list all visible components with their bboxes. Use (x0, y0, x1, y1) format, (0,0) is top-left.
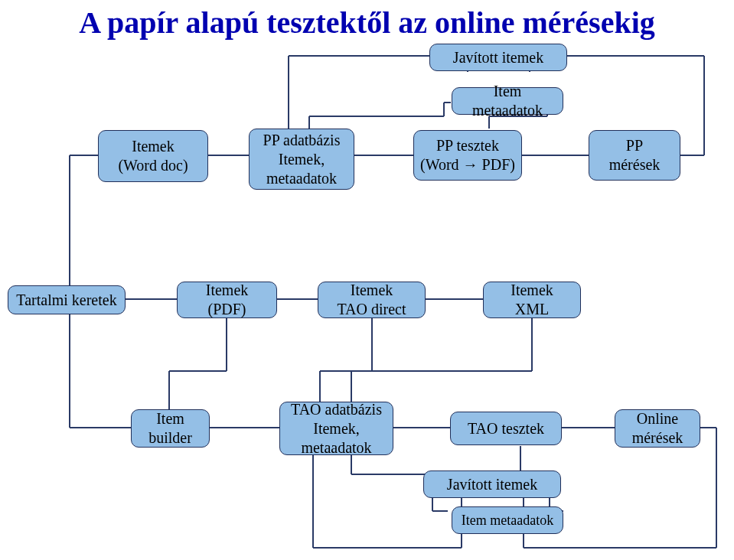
box-javitott-itemek-top: Javított itemek (429, 44, 567, 71)
box-itemek-tao-direct: Itemek TAO direct (318, 282, 426, 318)
box-tao-adatbazis: TAO adatbázis Itemek, metaadatok (279, 402, 393, 455)
box-tao-tesztek: TAO tesztek (450, 412, 562, 445)
box-item-builder: Item builder (131, 409, 210, 448)
connectors (0, 0, 734, 560)
box-item-metaadatok-top: Item metaadatok (452, 87, 563, 115)
box-javitott-itemek-bottom: Javított itemek (423, 470, 561, 498)
box-tartalmi-keretek: Tartalmi keretek (8, 285, 126, 314)
box-pp-adatbazis: PP adatbázis Itemek, metaadatok (249, 129, 354, 190)
box-item-metaadatok-bottom: Item metaadatok (452, 506, 563, 534)
box-pp-meresek: PP mérések (589, 130, 680, 181)
page-title: A papír alapú tesztektől az online mérés… (0, 5, 734, 41)
box-online-meresek: Online mérések (615, 409, 700, 448)
box-pp-tesztek: PP tesztek (Word → PDF) (413, 130, 522, 181)
box-itemek-worddoc: Itemek (Word doc) (98, 130, 208, 182)
box-itemek-pdf: Itemek (PDF) (177, 282, 277, 318)
box-itemek-xml: Itemek XML (483, 282, 581, 318)
